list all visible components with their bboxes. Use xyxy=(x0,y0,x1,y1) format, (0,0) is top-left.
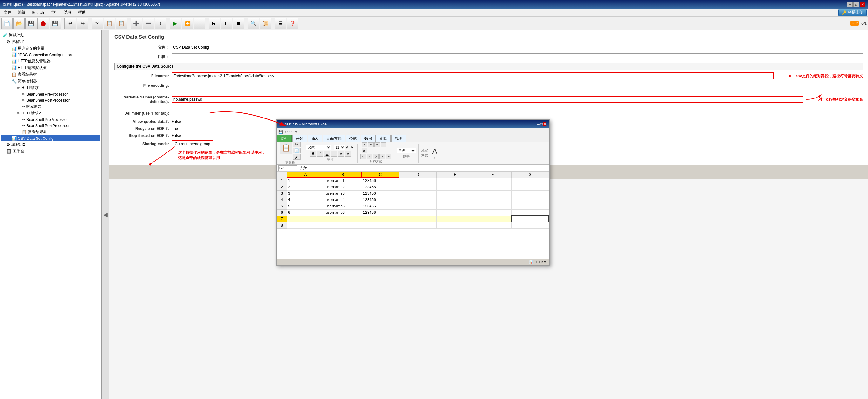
cell-f7[interactable] xyxy=(474,216,511,222)
comment-input[interactable] xyxy=(172,53,863,60)
tree-item-beanshell-post-2[interactable]: ✏ BeanShell PostProcessor xyxy=(1,123,100,129)
collapse-button[interactable]: ➖ xyxy=(143,18,154,29)
tree-item-simple-ctrl[interactable]: 🔧 简单控制器 xyxy=(1,78,100,85)
cell-d3[interactable] xyxy=(399,190,437,197)
cell-f5[interactable] xyxy=(474,203,511,209)
close-button[interactable]: ✕ xyxy=(860,2,865,7)
cell-e8[interactable] xyxy=(437,222,474,228)
tree-item-csv-data-set[interactable]: 📊 CSV Data Set Config xyxy=(1,135,100,141)
cell-a7[interactable] xyxy=(287,216,324,222)
border-btn[interactable]: ⊞ xyxy=(331,151,337,157)
cell-b8[interactable] xyxy=(324,222,362,228)
cell-b4[interactable]: username4 xyxy=(324,197,362,203)
help-button[interactable]: ❓ xyxy=(287,18,298,29)
cell-f1[interactable] xyxy=(474,178,511,184)
cell-g2[interactable] xyxy=(511,184,549,190)
align-top-btn[interactable]: ≡ xyxy=(362,142,367,147)
cell-d8[interactable] xyxy=(399,222,437,228)
cell-e1[interactable] xyxy=(437,178,474,184)
indent-more-btn[interactable]: » xyxy=(386,154,392,159)
bold-btn[interactable]: B xyxy=(310,151,316,157)
tree-item-http-req-1[interactable]: ✏ HTTP请求 xyxy=(1,85,100,91)
copy-btn[interactable]: 📄 xyxy=(293,148,301,153)
excel-min-btn[interactable]: ─ xyxy=(537,122,540,126)
delimiter-input[interactable] xyxy=(172,110,863,117)
font-color-btn[interactable]: A xyxy=(345,151,351,157)
tree-item-view-results-1[interactable]: 📋 察看结果树 xyxy=(1,71,100,78)
tree-item-view-results-2[interactable]: 📋 察看结果树 xyxy=(1,129,100,135)
font-family-select[interactable]: 宋体 xyxy=(306,145,331,150)
cell-g1[interactable] xyxy=(511,178,549,184)
tree-item-jdbc[interactable]: 📊 JDBC Connection Configuration xyxy=(1,52,100,58)
cell-c1[interactable]: 123456 xyxy=(362,178,399,184)
script-button[interactable]: 📜 xyxy=(260,18,271,29)
excel-max-btn[interactable]: □ xyxy=(540,122,542,126)
cell-a2[interactable]: 2 xyxy=(287,184,324,190)
number-format-select[interactable]: 常规 xyxy=(397,148,416,153)
cell-g8[interactable] xyxy=(511,222,549,228)
cell-b7[interactable] xyxy=(324,216,362,222)
tree-item-thread-group-2[interactable]: ⚙ 线程组2 xyxy=(1,141,100,148)
menu-help[interactable]: 帮助 xyxy=(75,9,88,16)
cell-c6[interactable]: 123456 xyxy=(362,209,399,216)
cell-d5[interactable] xyxy=(399,203,437,209)
expand-button[interactable]: ➕ xyxy=(131,18,142,29)
col-header-f[interactable]: F xyxy=(474,172,511,178)
cell-d6[interactable] xyxy=(399,209,437,216)
menu-file[interactable]: 文件 xyxy=(1,9,14,16)
menu-search[interactable]: Search xyxy=(29,10,46,16)
redo-button[interactable]: ↪ xyxy=(76,18,88,29)
excel-redo-icon[interactable]: ↪ xyxy=(289,130,292,134)
undo-button[interactable]: ↩ xyxy=(64,18,76,29)
cell-c8[interactable] xyxy=(362,222,399,228)
indent-less-btn[interactable]: « xyxy=(379,154,385,159)
menu-options[interactable]: 选项 xyxy=(62,9,74,16)
name-input[interactable] xyxy=(172,44,863,51)
align-middle-btn[interactable]: ≡ xyxy=(368,142,374,147)
excel-tab-home[interactable]: 开始 xyxy=(292,135,307,142)
excel-undo-icon[interactable]: ↩ xyxy=(284,130,287,134)
cell-f4[interactable] xyxy=(474,197,511,203)
step-button[interactable]: ⏭ xyxy=(209,18,220,29)
cell-f6[interactable] xyxy=(474,209,511,216)
cell-a4[interactable]: 4 xyxy=(287,197,324,203)
excel-tab-file[interactable]: 文件 xyxy=(277,135,292,142)
align-right-btn[interactable]: ▷ xyxy=(373,154,379,159)
excel-tab-insert[interactable]: 插入 xyxy=(308,135,322,142)
cell-e6[interactable] xyxy=(437,209,474,216)
varnames-input[interactable] xyxy=(172,96,803,103)
cell-f8[interactable] xyxy=(474,222,511,228)
cell-f2[interactable] xyxy=(474,184,511,190)
open-button[interactable]: 📂 xyxy=(13,18,25,29)
tree-item-http-default[interactable]: 📊 HTTP请求默认值 xyxy=(1,64,100,71)
col-header-a[interactable]: A xyxy=(287,172,324,178)
tree-item-http-req-2[interactable]: ✏ HTTP请求2 xyxy=(1,110,100,117)
filename-input[interactable] xyxy=(172,72,774,80)
tree-item-http-header[interactable]: 📊 HTTP信息头管理器 xyxy=(1,58,100,64)
excel-tab-view[interactable]: 视图 xyxy=(392,135,406,142)
cell-c5[interactable]: 123456 xyxy=(362,203,399,209)
format-painter-btn[interactable]: 🖌 xyxy=(293,154,301,160)
wrap-text-btn[interactable]: ↵ xyxy=(381,142,386,147)
minimize-button[interactable]: ─ xyxy=(847,2,853,7)
cell-ref-input[interactable] xyxy=(278,165,298,171)
font-dec-btn[interactable]: A⁻ xyxy=(351,146,355,150)
cell-g6[interactable] xyxy=(511,209,549,216)
upload-button[interactable]: 🔑 搭搭上传 xyxy=(838,9,867,16)
floppy-button[interactable]: 💾 xyxy=(50,18,61,29)
cell-a1[interactable]: 1 xyxy=(287,178,324,184)
remote-stop-button[interactable]: ⏹ xyxy=(233,18,244,29)
col-header-b[interactable]: B xyxy=(324,172,362,178)
excel-save-icon[interactable]: 💾 xyxy=(278,130,283,134)
cell-a5[interactable]: 5 xyxy=(287,203,324,209)
run-button[interactable]: ▶ xyxy=(170,18,181,29)
cell-d4[interactable] xyxy=(399,197,437,203)
maximize-button[interactable]: □ xyxy=(854,2,859,7)
remote-button[interactable]: 🖥 xyxy=(221,18,232,29)
paste-big-btn[interactable]: 📋 xyxy=(280,142,292,154)
toggle-button[interactable]: ↕ xyxy=(155,18,166,29)
formula-input[interactable] xyxy=(308,165,548,171)
tree-item-workbench[interactable]: 🔲 工作台 xyxy=(1,148,100,155)
excel-tab-review[interactable]: 审阅 xyxy=(376,135,391,142)
nav-arrow-left[interactable]: ◀ xyxy=(102,30,109,399)
